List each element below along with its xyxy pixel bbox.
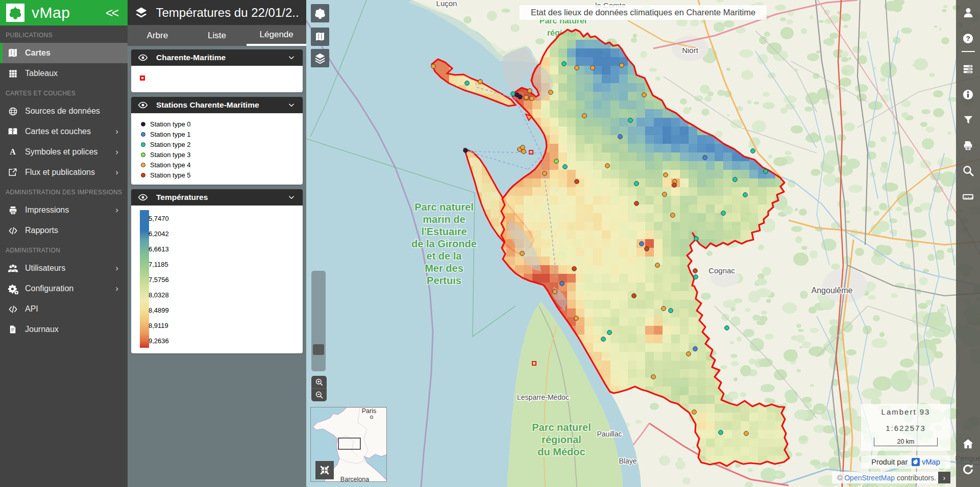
svg-text:marin de: marin de	[423, 214, 465, 225]
svg-text:Pertuis: Pertuis	[427, 275, 461, 286]
svg-text:Parc naturel: Parc naturel	[532, 422, 591, 433]
svg-text:Blaye: Blaye	[619, 457, 636, 465]
svg-text:Luçon: Luçon	[436, 0, 457, 8]
svg-text:Pauillac: Pauillac	[597, 430, 622, 438]
svg-text:Lesparre-Médoc: Lesparre-Médoc	[517, 393, 569, 401]
svg-text:Paris: Paris	[362, 407, 376, 415]
svg-text:Cognac: Cognac	[708, 266, 735, 275]
svg-text:Mer des: Mer des	[425, 263, 463, 274]
svg-text:A: A	[10, 147, 16, 156]
svg-text:l'Estuaire: l'Estuaire	[421, 226, 467, 237]
svg-text:et de la: et de la	[427, 250, 462, 262]
svg-text:régional: régional	[542, 434, 581, 445]
svg-text:Angoulême: Angoulême	[812, 286, 853, 295]
svg-text:de la Gironde: de la Gironde	[411, 238, 477, 249]
svg-text:Parc naturel: Parc naturel	[414, 201, 474, 213]
svg-text:Niort: Niort	[682, 46, 699, 55]
svg-text:?: ?	[966, 35, 970, 42]
svg-text:Barcelona: Barcelona	[340, 476, 369, 482]
svg-text:du Médoc: du Médoc	[537, 446, 585, 457]
